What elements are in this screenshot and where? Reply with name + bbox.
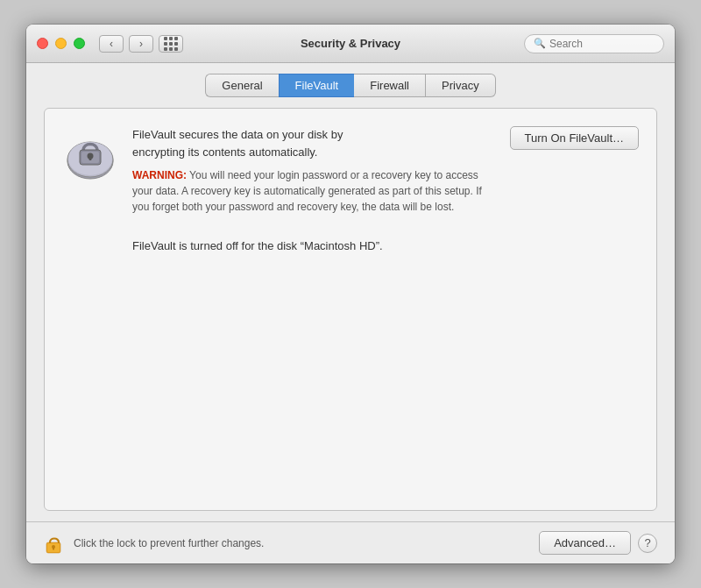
minimize-button[interactable] <box>55 38 67 49</box>
warning-label: WARNING: <box>132 169 187 181</box>
filevault-desc-line1: FileVault secures the data on your disk … <box>132 126 496 160</box>
lock-status-text: Click the lock to prevent further change… <box>74 537 530 549</box>
tab-privacy[interactable]: Privacy <box>426 74 496 97</box>
filevault-icon <box>62 126 118 182</box>
main-window: ‹ › Security & Privacy 🔍 General FileVau… <box>26 25 675 563</box>
forward-button[interactable]: › <box>129 35 153 53</box>
lock-icon[interactable] <box>44 533 65 554</box>
back-button[interactable]: ‹ <box>99 35 124 53</box>
grid-icon <box>164 37 178 51</box>
search-icon: 🔍 <box>534 38 546 49</box>
search-input[interactable] <box>549 38 655 50</box>
close-button[interactable] <box>37 38 48 49</box>
titlebar: ‹ › Security & Privacy 🔍 <box>26 25 675 63</box>
filevault-warning: WARNING: You will need your login passwo… <box>132 167 496 215</box>
maximize-button[interactable] <box>74 38 85 49</box>
search-box[interactable]: 🔍 <box>524 34 664 53</box>
filevault-status: FileVault is turned off for the disk “Ma… <box>132 239 639 252</box>
tab-filevault[interactable]: FileVault <box>279 74 355 97</box>
traffic-lights <box>37 38 85 49</box>
advanced-button[interactable]: Advanced… <box>539 531 631 555</box>
bottombar: Click the lock to prevent further change… <box>26 521 675 563</box>
nav-buttons: ‹ › <box>99 35 153 53</box>
tab-firewall[interactable]: Firewall <box>354 74 426 97</box>
svg-rect-10 <box>53 547 54 550</box>
filevault-description: FileVault secures the data on your disk … <box>132 126 496 222</box>
grid-view-button[interactable] <box>159 35 183 53</box>
tabs-row: General FileVault Firewall Privacy <box>26 63 675 97</box>
window-title: Security & Privacy <box>301 37 400 50</box>
svg-rect-6 <box>89 156 92 160</box>
tab-general[interactable]: General <box>205 74 278 97</box>
help-button[interactable]: ? <box>638 534 657 553</box>
filevault-header: FileVault secures the data on your disk … <box>62 126 639 222</box>
content-area: FileVault secures the data on your disk … <box>44 108 657 511</box>
turn-on-filevault-button[interactable]: Turn On FileVault… <box>510 126 639 150</box>
